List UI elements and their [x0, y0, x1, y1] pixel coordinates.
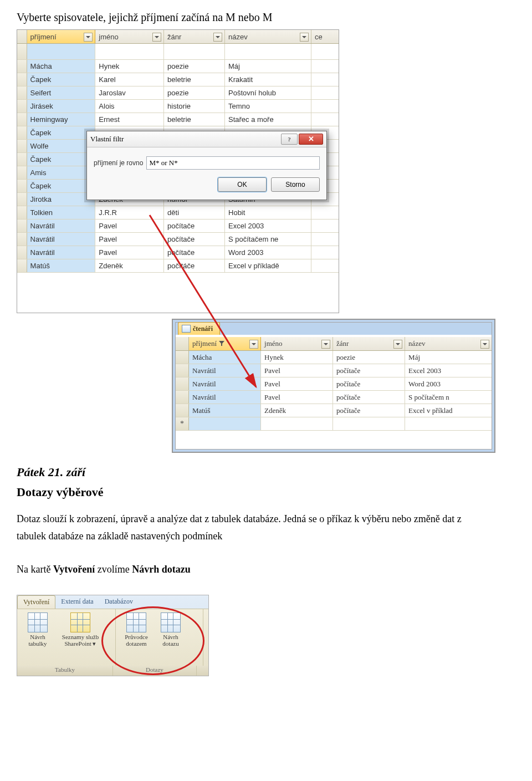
cell[interactable]: Stařec a moře	[225, 113, 311, 126]
row-selector[interactable]	[17, 100, 27, 113]
cell[interactable]: Amis	[27, 166, 96, 179]
cell[interactable]: Pavel	[95, 220, 164, 232]
row-selector[interactable]	[17, 193, 27, 206]
ribbon-tab-vytvoreni[interactable]: Vytvoření	[17, 595, 55, 609]
cell[interactable]: Čapek	[27, 126, 96, 139]
cell[interactable]: beletrie	[164, 113, 225, 126]
ribbon-btn-navrh-dotazu[interactable]: Návrhdotazu	[154, 611, 188, 665]
ok-button[interactable]: OK	[218, 177, 267, 192]
cell[interactable]: Seifert	[27, 86, 96, 99]
filter-dropdown-icon[interactable]	[213, 33, 222, 42]
cell[interactable]: Excel 2003	[405, 364, 492, 377]
row-selector[interactable]	[17, 206, 27, 219]
col-header-prijmeni[interactable]: příjmení	[27, 30, 96, 43]
row-selector[interactable]	[17, 220, 27, 232]
cell[interactable]: Čapek	[27, 153, 96, 166]
cell[interactable]	[311, 220, 339, 232]
cell[interactable]	[311, 73, 339, 86]
cell[interactable]: Jirotka	[27, 193, 96, 206]
row-selector[interactable]	[17, 86, 27, 99]
cell[interactable]: Ernest	[95, 113, 164, 126]
row-selector[interactable]	[176, 377, 189, 390]
cell[interactable]: Poštovní holub	[225, 86, 311, 99]
cell[interactable]: Mácha	[27, 60, 96, 73]
cell[interactable]: Pavel	[95, 246, 164, 259]
row-selector[interactable]	[17, 126, 27, 139]
row-selector[interactable]	[17, 113, 27, 126]
row-selector[interactable]	[176, 391, 189, 404]
cell[interactable]: Word 2003	[225, 246, 311, 259]
col-header-prijmeni[interactable]: příjmení	[189, 337, 261, 350]
cell[interactable]: Máj	[405, 351, 492, 364]
dialog-close-button[interactable]: ✕	[299, 134, 323, 145]
row-selector[interactable]	[17, 166, 27, 179]
cell[interactable]	[311, 86, 339, 99]
cell[interactable]: počítače	[164, 220, 225, 232]
cell[interactable]: děti	[164, 206, 225, 219]
cell[interactable]	[311, 259, 339, 272]
row-selector[interactable]	[17, 180, 27, 192]
cell[interactable]: Jaroslav	[95, 86, 164, 99]
ribbon-btn-navrh-tabulky[interactable]: Návrhtabulky	[21, 611, 55, 665]
row-selector[interactable]	[17, 233, 27, 246]
ribbon-btn-sharepoint[interactable]: Seznamy službSharePoint ▾	[55, 611, 106, 665]
cell[interactable]: Temno	[225, 100, 311, 113]
cell[interactable]: Navrátil	[189, 391, 261, 404]
col-header-jmeno[interactable]: jméno	[261, 337, 333, 350]
cell[interactable]: Zdeněk	[95, 259, 164, 272]
cell[interactable]: Matúš	[27, 259, 96, 272]
dialog-titlebar[interactable]: Vlastní filtr ? ✕	[87, 131, 326, 147]
cell[interactable]	[311, 60, 339, 73]
row-selector[interactable]	[17, 153, 27, 166]
filter-dropdown-icon[interactable]	[480, 340, 489, 349]
new-record-row[interactable]: *	[176, 417, 492, 431]
filter-dropdown-icon[interactable]	[152, 33, 161, 42]
cell[interactable]: Excel 2003	[225, 220, 311, 232]
cell[interactable]: Pavel	[261, 364, 333, 377]
filter-dropdown-icon[interactable]	[249, 340, 258, 349]
cell[interactable]	[311, 113, 339, 126]
col-header-nazev[interactable]: název	[225, 30, 311, 43]
cell[interactable]: Mácha	[189, 351, 261, 364]
cell[interactable]: Pavel	[261, 377, 333, 390]
cell[interactable]	[311, 233, 339, 246]
cell[interactable]: Navrátil	[189, 377, 261, 390]
cell[interactable]: Navrátil	[189, 364, 261, 377]
cell[interactable]	[405, 417, 492, 430]
cell[interactable]	[333, 417, 405, 430]
row-selector[interactable]	[17, 259, 27, 272]
cell[interactable]: Máj	[225, 60, 311, 73]
cell[interactable]	[27, 44, 96, 59]
cell[interactable]	[164, 44, 225, 59]
cell[interactable]: Navrátil	[27, 233, 96, 246]
col-header-jmeno[interactable]: jméno	[95, 30, 164, 43]
cell[interactable]: Alois	[95, 100, 164, 113]
row-selector[interactable]	[17, 140, 27, 152]
cell[interactable]	[311, 100, 339, 113]
filter-dropdown-icon[interactable]	[84, 33, 93, 42]
col-header-zanr[interactable]: žánr	[164, 30, 225, 43]
col-header-zanr[interactable]: žánr	[333, 337, 405, 350]
cell[interactable]: Excel v příkladě	[225, 259, 311, 272]
cell[interactable]: Pavel	[95, 233, 164, 246]
cell[interactable]: Zdeněk	[261, 404, 333, 417]
row-selector[interactable]	[17, 73, 27, 86]
cell[interactable]	[311, 44, 339, 59]
cell[interactable]	[311, 246, 339, 259]
row-selector[interactable]	[176, 364, 189, 377]
row-selector[interactable]	[17, 44, 27, 59]
cell[interactable]	[189, 417, 261, 430]
row-selector[interactable]	[17, 246, 27, 259]
cell[interactable]	[95, 44, 164, 59]
row-selector[interactable]	[176, 351, 189, 364]
cell[interactable]: Tolkien	[27, 206, 96, 219]
cell[interactable]: počítače	[164, 233, 225, 246]
cell[interactable]: beletrie	[164, 73, 225, 86]
filter-value-input[interactable]	[146, 156, 320, 170]
cell[interactable]: historie	[164, 100, 225, 113]
cell[interactable]: Hynek	[95, 60, 164, 73]
cell[interactable]: počítače	[164, 246, 225, 259]
cell[interactable]: Word 2003	[405, 377, 492, 390]
cell[interactable]: Navrátil	[27, 246, 96, 259]
cancel-button[interactable]: Storno	[271, 177, 320, 192]
